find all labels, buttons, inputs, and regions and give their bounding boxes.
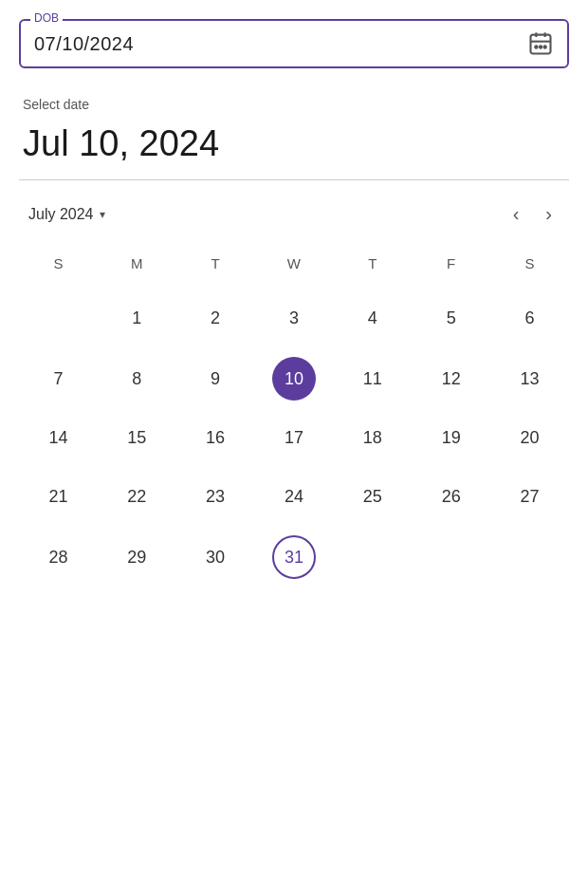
calendar-week-row: 78910111213 (19, 349, 569, 408)
calendar-day-cell[interactable]: 20 (490, 408, 569, 467)
day-number[interactable]: 18 (351, 416, 395, 459)
day-number[interactable]: 28 (36, 535, 80, 579)
calendar-icon[interactable] (527, 30, 554, 57)
day-header: S (19, 248, 98, 287)
day-header: T (176, 248, 255, 287)
day-number[interactable]: 6 (508, 296, 552, 340)
month-year-label: July 2024 (28, 206, 94, 223)
calendar-day-cell[interactable]: 3 (255, 287, 334, 349)
month-year-button[interactable]: July 2024 ▾ (28, 206, 105, 223)
calendar-day-cell (333, 526, 412, 588)
day-number[interactable]: 12 (430, 357, 473, 401)
calendar-day-cell[interactable]: 9 (176, 349, 255, 408)
day-number[interactable]: 17 (272, 416, 316, 459)
day-number[interactable]: 9 (193, 357, 237, 401)
day-number[interactable]: 27 (508, 475, 552, 518)
day-number[interactable]: 1 (115, 296, 158, 340)
selected-date-display: Jul 10, 2024 (19, 123, 569, 164)
svg-point-6 (544, 46, 546, 47)
day-header: M (98, 248, 176, 287)
svg-point-4 (535, 46, 537, 47)
day-number[interactable]: 24 (272, 475, 316, 518)
day-number[interactable]: 14 (36, 416, 80, 459)
select-date-label: Select date (19, 97, 569, 112)
empty-day (36, 294, 80, 338)
calendar-divider (19, 179, 569, 180)
calendar-day-cell[interactable]: 21 (19, 467, 98, 526)
calendar-day-cell[interactable]: 5 (412, 287, 490, 349)
empty-day (351, 533, 395, 577)
calendar-day-cell[interactable]: 29 (98, 526, 176, 588)
day-number[interactable]: 5 (430, 296, 473, 340)
calendar-day-cell[interactable]: 18 (333, 408, 412, 467)
day-header: T (333, 248, 412, 287)
calendar-week-row: 123456 (19, 287, 569, 349)
day-header: S (490, 248, 569, 287)
calendar-day-cell[interactable]: 1 (98, 287, 176, 349)
day-number[interactable]: 25 (351, 475, 395, 518)
day-number[interactable]: 13 (508, 357, 552, 401)
calendar-day-cell[interactable]: 8 (98, 349, 176, 408)
day-number[interactable]: 11 (351, 357, 395, 401)
prev-month-button[interactable]: ‹ (505, 199, 527, 229)
calendar-day-cell[interactable]: 6 (490, 287, 569, 349)
calendar-day-cell[interactable]: 17 (255, 408, 334, 467)
calendar-day-cell[interactable]: 22 (98, 467, 176, 526)
day-number[interactable]: 31 (272, 535, 316, 579)
day-number[interactable]: 7 (36, 357, 80, 401)
calendar-day-cell[interactable]: 27 (490, 467, 569, 526)
day-number[interactable]: 19 (430, 416, 473, 459)
day-number[interactable]: 10 (272, 357, 316, 401)
day-number[interactable]: 4 (351, 296, 395, 340)
next-month-button[interactable]: › (538, 199, 560, 229)
empty-day (508, 533, 552, 577)
calendar-day-cell[interactable]: 16 (176, 408, 255, 467)
day-number[interactable]: 21 (36, 475, 80, 518)
calendar-day-cell (19, 287, 98, 349)
dob-field[interactable]: DOB 07/10/2024 (19, 19, 569, 68)
dob-value: 07/10/2024 (34, 33, 134, 55)
calendar-day-cell (490, 526, 569, 588)
calendar-day-cell[interactable]: 19 (412, 408, 490, 467)
calendar-grid: SMTWTFS 12345678910111213141516171819202… (19, 248, 569, 588)
calendar-day-cell[interactable]: 13 (490, 349, 569, 408)
calendar-day-cell[interactable]: 12 (412, 349, 490, 408)
day-number[interactable]: 3 (272, 296, 316, 340)
calendar-day-cell[interactable]: 2 (176, 287, 255, 349)
calendar-day-cell[interactable]: 4 (333, 287, 412, 349)
day-number[interactable]: 22 (115, 475, 158, 518)
day-number[interactable]: 16 (193, 416, 237, 459)
calendar-day-cell[interactable]: 25 (333, 467, 412, 526)
calendar-day-cell (412, 526, 490, 588)
calendar-day-cell[interactable]: 30 (176, 526, 255, 588)
calendar-day-cell[interactable]: 15 (98, 408, 176, 467)
empty-day (430, 533, 473, 577)
calendar-day-cell[interactable]: 7 (19, 349, 98, 408)
calendar-day-cell[interactable]: 11 (333, 349, 412, 408)
calendar-header: July 2024 ▾ ‹ › (19, 199, 569, 229)
calendar-day-cell[interactable]: 28 (19, 526, 98, 588)
day-number[interactable]: 15 (115, 416, 158, 459)
calendar-day-cell[interactable]: 14 (19, 408, 98, 467)
day-number[interactable]: 20 (508, 416, 552, 459)
dropdown-arrow-icon: ▾ (100, 208, 105, 221)
calendar-day-headers: SMTWTFS (19, 248, 569, 287)
calendar-day-cell[interactable]: 10 (255, 349, 334, 408)
day-header: F (412, 248, 490, 287)
calendar-day-cell[interactable]: 24 (255, 467, 334, 526)
day-number[interactable]: 30 (193, 535, 237, 579)
day-header: W (255, 248, 334, 287)
dob-label: DOB (30, 11, 63, 25)
svg-point-5 (540, 46, 542, 47)
day-number[interactable]: 23 (193, 475, 237, 518)
calendar-day-cell[interactable]: 26 (412, 467, 490, 526)
calendar-week-row: 21222324252627 (19, 467, 569, 526)
day-number[interactable]: 26 (430, 475, 473, 518)
calendar-nav-buttons: ‹ › (505, 199, 560, 229)
day-number[interactable]: 29 (115, 535, 158, 579)
calendar-day-cell[interactable]: 31 (255, 526, 334, 588)
day-number[interactable]: 2 (193, 296, 237, 340)
calendar-day-cell[interactable]: 23 (176, 467, 255, 526)
day-number[interactable]: 8 (115, 357, 158, 401)
calendar-week-row: 14151617181920 (19, 408, 569, 467)
